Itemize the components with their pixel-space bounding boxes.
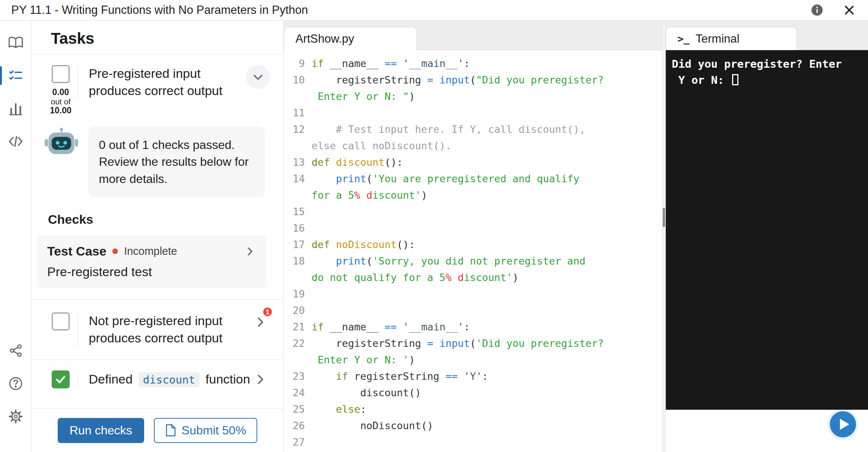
task3-checkbox-checked[interactable]	[52, 370, 70, 388]
task1-checkbox[interactable]	[52, 65, 70, 83]
task3-label: Defined discount function	[89, 371, 250, 388]
line-number: 23	[284, 368, 312, 385]
code-text: Enter Y or N: ')	[312, 352, 415, 368]
submit-button[interactable]: Submit 50%	[154, 418, 258, 443]
line-number	[284, 352, 312, 368]
task3-suffix: function	[206, 372, 250, 386]
code-line[interactable]: 11	[284, 105, 662, 121]
submit-label: Submit 50%	[182, 424, 246, 437]
code-editor[interactable]: 9if __name__ == '__main__':10 registerSt…	[284, 50, 662, 452]
run-play-button[interactable]	[830, 411, 856, 437]
code-line[interactable]: 12 # Test input here. If Y, call discoun…	[284, 121, 662, 138]
tasks-checklist-icon[interactable]	[0, 65, 31, 86]
score-total: 10.00	[50, 106, 72, 116]
code-rows: 9if __name__ == '__main__':10 registerSt…	[284, 55, 662, 451]
line-number: 24	[284, 385, 312, 401]
top-bar: PY 11.1 - Writing Functions with No Para…	[0, 0, 868, 21]
code-line[interactable]: Enter Y or N: ")	[284, 88, 662, 105]
task2-body: Not pre-registered input produces correc…	[78, 312, 270, 347]
line-number: 13	[284, 154, 312, 171]
code-text: noDiscount()	[312, 418, 433, 434]
code-text: if registerString == 'Y':	[312, 368, 488, 385]
share-icon[interactable]	[0, 340, 31, 361]
terminal-screen[interactable]: Did you preregister? Enter Y or N:	[666, 50, 868, 410]
task3-expand-button[interactable]	[251, 370, 270, 389]
code-line[interactable]: 18 print('Sorry, you did not preregister…	[284, 253, 662, 269]
task2-checkbox[interactable]	[52, 312, 70, 330]
code-line[interactable]: 17def noDiscount():	[284, 236, 662, 253]
terminal-output: Did you preregister? Enter Y or N:	[672, 56, 862, 88]
status-dot-incomplete	[112, 248, 118, 254]
tab-artshow-py[interactable]: ArtShow.py	[284, 27, 417, 50]
test-case-card[interactable]: Test Case Incomplete Pre-registered test	[37, 235, 266, 288]
code-line[interactable]: 16	[284, 220, 662, 236]
code-line[interactable]: 23 if registerString == 'Y':	[284, 368, 662, 385]
task2-label: Not pre-registered input produces correc…	[89, 312, 239, 347]
code-line[interactable]: for a 5% discount')	[284, 187, 662, 204]
code-line[interactable]: 24 discount()	[284, 385, 662, 401]
chevron-down-icon	[252, 71, 264, 83]
check-icon	[54, 373, 67, 386]
code-line[interactable]: else call noDiscount().	[284, 138, 662, 154]
help-icon[interactable]	[0, 373, 31, 394]
checks-message: 0 out of 1 checks passed. Review the res…	[88, 127, 265, 197]
code-text	[312, 105, 318, 121]
line-number	[284, 88, 312, 105]
code-line[interactable]: 15	[284, 204, 662, 220]
code-line[interactable]: 22 registerString = input('Did you prere…	[284, 335, 662, 352]
info-icon[interactable]	[810, 3, 825, 18]
line-number: 11	[284, 105, 312, 121]
book-icon[interactable]	[0, 32, 31, 54]
line-number: 21	[284, 319, 312, 335]
test-case-header: Test Case Incomplete	[47, 244, 256, 259]
task1-collapse-button[interactable]	[246, 65, 270, 89]
tab-terminal[interactable]: >_ Terminal	[666, 27, 797, 50]
code-line[interactable]: Enter Y or N: ')	[284, 352, 662, 368]
code-text: do not qualify for a 5% discount')	[312, 269, 519, 286]
line-number: 10	[284, 72, 312, 88]
editor-tab-label: ArtShow.py	[295, 32, 354, 46]
line-number: 14	[284, 171, 312, 187]
terminal-prompt-icon: >_	[677, 33, 690, 45]
code-line[interactable]: 9if __name__ == '__main__':	[284, 55, 662, 72]
code-line[interactable]: 14 print('You are preregistered and qual…	[284, 171, 662, 187]
test-case-status: Incomplete	[124, 245, 177, 257]
code-line[interactable]: 13def discount():	[284, 154, 662, 171]
code-icon[interactable]	[0, 131, 31, 152]
code-line[interactable]: 26 noDiscount()	[284, 418, 662, 434]
code-line[interactable]: 21if __name__ == '__main__':	[284, 319, 662, 335]
task-row-preregistered: 0.00 out of 10.00 Pre-registered input p…	[31, 55, 283, 125]
settings-gear-icon[interactable]	[0, 406, 31, 427]
run-checks-button[interactable]: Run checks	[58, 418, 144, 443]
code-text: def discount():	[312, 154, 403, 171]
stats-icon[interactable]	[0, 98, 31, 119]
line-number: 26	[284, 418, 312, 434]
terminal-footer	[666, 410, 868, 452]
chevron-right-icon	[254, 373, 267, 386]
code-line[interactable]: 27	[284, 434, 662, 451]
code-line[interactable]: 10 registerString = input("Did you prere…	[284, 72, 662, 88]
code-text: registerString = input('Did you preregis…	[312, 335, 604, 352]
code-line[interactable]: 19	[284, 286, 662, 302]
line-number	[284, 269, 312, 286]
code-text: Enter Y or N: ")	[312, 88, 415, 105]
active-indicator	[0, 66, 2, 85]
icon-rail	[0, 21, 31, 452]
code-text: # Test input here. If Y, call discount()…	[312, 121, 586, 138]
line-number: 22	[284, 335, 312, 352]
line-number: 18	[284, 253, 312, 269]
task-row-defined-discount: Defined discount function	[31, 360, 283, 399]
task1-body: Pre-registered input produces correct ou…	[78, 65, 270, 100]
code-line[interactable]: 25 else:	[284, 401, 662, 418]
line-number	[284, 138, 312, 154]
code-text	[312, 204, 318, 220]
code-line[interactable]: 20	[284, 302, 662, 319]
close-icon[interactable]	[842, 3, 857, 18]
terminal-cursor	[732, 74, 738, 85]
code-line[interactable]: do not qualify for a 5% discount')	[284, 269, 662, 286]
panel-splitter[interactable]	[662, 21, 666, 452]
task1-label: Pre-registered input produces correct ou…	[89, 65, 239, 100]
task2-expand-button[interactable]: 1	[251, 312, 270, 332]
app-window: PY 11.1 - Writing Functions with No Para…	[0, 0, 868, 452]
task3-body: Defined discount function	[78, 370, 270, 389]
